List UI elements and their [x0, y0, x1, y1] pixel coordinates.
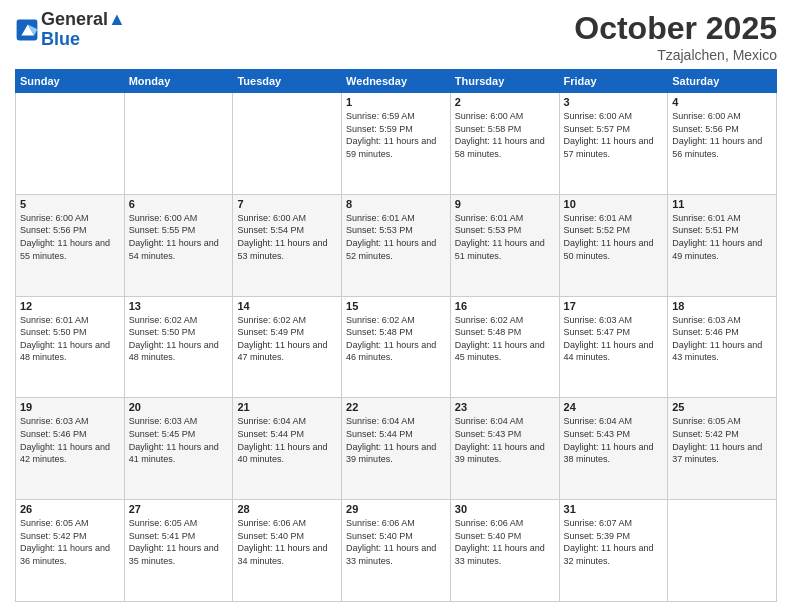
- calendar-cell: 13 Sunrise: 6:02 AM Sunset: 5:50 PM Dayl…: [124, 296, 233, 398]
- calendar-cell: 7 Sunrise: 6:00 AM Sunset: 5:54 PM Dayli…: [233, 194, 342, 296]
- calendar-header-friday: Friday: [559, 70, 668, 93]
- day-info: Sunrise: 6:04 AM Sunset: 5:43 PM Dayligh…: [455, 415, 555, 465]
- calendar-cell: 18 Sunrise: 6:03 AM Sunset: 5:46 PM Dayl…: [668, 296, 777, 398]
- day-number: 24: [564, 401, 664, 413]
- calendar-cell: 5 Sunrise: 6:00 AM Sunset: 5:56 PM Dayli…: [16, 194, 125, 296]
- day-number: 25: [672, 401, 772, 413]
- calendar-cell: 22 Sunrise: 6:04 AM Sunset: 5:44 PM Dayl…: [342, 398, 451, 500]
- day-info: Sunrise: 6:01 AM Sunset: 5:52 PM Dayligh…: [564, 212, 664, 262]
- calendar-cell: 19 Sunrise: 6:03 AM Sunset: 5:46 PM Dayl…: [16, 398, 125, 500]
- day-number: 31: [564, 503, 664, 515]
- calendar-cell: 24 Sunrise: 6:04 AM Sunset: 5:43 PM Dayl…: [559, 398, 668, 500]
- day-info: Sunrise: 6:00 AM Sunset: 5:54 PM Dayligh…: [237, 212, 337, 262]
- day-info: Sunrise: 6:05 AM Sunset: 5:42 PM Dayligh…: [672, 415, 772, 465]
- calendar-header-monday: Monday: [124, 70, 233, 93]
- logo: General▲ Blue: [15, 10, 126, 50]
- calendar-cell: [668, 500, 777, 602]
- day-info: Sunrise: 6:59 AM Sunset: 5:59 PM Dayligh…: [346, 110, 446, 160]
- calendar-cell: 6 Sunrise: 6:00 AM Sunset: 5:55 PM Dayli…: [124, 194, 233, 296]
- calendar-cell: 3 Sunrise: 6:00 AM Sunset: 5:57 PM Dayli…: [559, 93, 668, 195]
- calendar-header-wednesday: Wednesday: [342, 70, 451, 93]
- calendar-cell: 28 Sunrise: 6:06 AM Sunset: 5:40 PM Dayl…: [233, 500, 342, 602]
- day-number: 1: [346, 96, 446, 108]
- day-info: Sunrise: 6:03 AM Sunset: 5:47 PM Dayligh…: [564, 314, 664, 364]
- calendar-cell: 1 Sunrise: 6:59 AM Sunset: 5:59 PM Dayli…: [342, 93, 451, 195]
- day-number: 13: [129, 300, 229, 312]
- calendar-cell: 14 Sunrise: 6:02 AM Sunset: 5:49 PM Dayl…: [233, 296, 342, 398]
- day-number: 7: [237, 198, 337, 210]
- calendar-header-saturday: Saturday: [668, 70, 777, 93]
- calendar-cell: 15 Sunrise: 6:02 AM Sunset: 5:48 PM Dayl…: [342, 296, 451, 398]
- day-number: 6: [129, 198, 229, 210]
- day-number: 21: [237, 401, 337, 413]
- day-number: 30: [455, 503, 555, 515]
- day-number: 19: [20, 401, 120, 413]
- day-info: Sunrise: 6:01 AM Sunset: 5:51 PM Dayligh…: [672, 212, 772, 262]
- day-number: 16: [455, 300, 555, 312]
- day-info: Sunrise: 6:06 AM Sunset: 5:40 PM Dayligh…: [237, 517, 337, 567]
- day-info: Sunrise: 6:00 AM Sunset: 5:56 PM Dayligh…: [20, 212, 120, 262]
- logo-text: General▲ Blue: [41, 10, 126, 50]
- calendar-cell: [124, 93, 233, 195]
- day-info: Sunrise: 6:02 AM Sunset: 5:48 PM Dayligh…: [455, 314, 555, 364]
- calendar-week-5: 26 Sunrise: 6:05 AM Sunset: 5:42 PM Dayl…: [16, 500, 777, 602]
- page: General▲ Blue October 2025 Tzajalchen, M…: [0, 0, 792, 612]
- calendar-week-1: 1 Sunrise: 6:59 AM Sunset: 5:59 PM Dayli…: [16, 93, 777, 195]
- day-info: Sunrise: 6:01 AM Sunset: 5:53 PM Dayligh…: [346, 212, 446, 262]
- calendar-week-3: 12 Sunrise: 6:01 AM Sunset: 5:50 PM Dayl…: [16, 296, 777, 398]
- day-number: 20: [129, 401, 229, 413]
- calendar-table: SundayMondayTuesdayWednesdayThursdayFrid…: [15, 69, 777, 602]
- day-number: 27: [129, 503, 229, 515]
- day-number: 23: [455, 401, 555, 413]
- day-info: Sunrise: 6:07 AM Sunset: 5:39 PM Dayligh…: [564, 517, 664, 567]
- calendar-week-2: 5 Sunrise: 6:00 AM Sunset: 5:56 PM Dayli…: [16, 194, 777, 296]
- day-number: 11: [672, 198, 772, 210]
- day-number: 2: [455, 96, 555, 108]
- day-number: 28: [237, 503, 337, 515]
- calendar-cell: 8 Sunrise: 6:01 AM Sunset: 5:53 PM Dayli…: [342, 194, 451, 296]
- day-number: 29: [346, 503, 446, 515]
- calendar-header-thursday: Thursday: [450, 70, 559, 93]
- calendar-cell: 11 Sunrise: 6:01 AM Sunset: 5:51 PM Dayl…: [668, 194, 777, 296]
- day-number: 3: [564, 96, 664, 108]
- calendar-cell: [233, 93, 342, 195]
- day-info: Sunrise: 6:00 AM Sunset: 5:56 PM Dayligh…: [672, 110, 772, 160]
- day-number: 8: [346, 198, 446, 210]
- day-number: 18: [672, 300, 772, 312]
- day-info: Sunrise: 6:05 AM Sunset: 5:41 PM Dayligh…: [129, 517, 229, 567]
- day-number: 15: [346, 300, 446, 312]
- header: General▲ Blue October 2025 Tzajalchen, M…: [15, 10, 777, 63]
- day-info: Sunrise: 6:00 AM Sunset: 5:58 PM Dayligh…: [455, 110, 555, 160]
- calendar-header-row: SundayMondayTuesdayWednesdayThursdayFrid…: [16, 70, 777, 93]
- day-info: Sunrise: 6:02 AM Sunset: 5:50 PM Dayligh…: [129, 314, 229, 364]
- day-info: Sunrise: 6:00 AM Sunset: 5:57 PM Dayligh…: [564, 110, 664, 160]
- day-number: 4: [672, 96, 772, 108]
- day-info: Sunrise: 6:03 AM Sunset: 5:46 PM Dayligh…: [20, 415, 120, 465]
- calendar-cell: 31 Sunrise: 6:07 AM Sunset: 5:39 PM Dayl…: [559, 500, 668, 602]
- title-block: October 2025 Tzajalchen, Mexico: [574, 10, 777, 63]
- logo-line2: Blue: [41, 30, 126, 50]
- day-info: Sunrise: 6:00 AM Sunset: 5:55 PM Dayligh…: [129, 212, 229, 262]
- day-info: Sunrise: 6:06 AM Sunset: 5:40 PM Dayligh…: [346, 517, 446, 567]
- calendar-cell: 21 Sunrise: 6:04 AM Sunset: 5:44 PM Dayl…: [233, 398, 342, 500]
- day-number: 14: [237, 300, 337, 312]
- calendar-cell: 25 Sunrise: 6:05 AM Sunset: 5:42 PM Dayl…: [668, 398, 777, 500]
- calendar-cell: 17 Sunrise: 6:03 AM Sunset: 5:47 PM Dayl…: [559, 296, 668, 398]
- calendar-cell: 20 Sunrise: 6:03 AM Sunset: 5:45 PM Dayl…: [124, 398, 233, 500]
- calendar-cell: 27 Sunrise: 6:05 AM Sunset: 5:41 PM Dayl…: [124, 500, 233, 602]
- calendar-cell: [16, 93, 125, 195]
- day-number: 22: [346, 401, 446, 413]
- day-info: Sunrise: 6:05 AM Sunset: 5:42 PM Dayligh…: [20, 517, 120, 567]
- day-info: Sunrise: 6:02 AM Sunset: 5:49 PM Dayligh…: [237, 314, 337, 364]
- day-info: Sunrise: 6:06 AM Sunset: 5:40 PM Dayligh…: [455, 517, 555, 567]
- day-info: Sunrise: 6:03 AM Sunset: 5:46 PM Dayligh…: [672, 314, 772, 364]
- logo-line1: General: [41, 9, 108, 29]
- day-number: 9: [455, 198, 555, 210]
- day-number: 10: [564, 198, 664, 210]
- calendar-header-sunday: Sunday: [16, 70, 125, 93]
- calendar-cell: 30 Sunrise: 6:06 AM Sunset: 5:40 PM Dayl…: [450, 500, 559, 602]
- month-title: October 2025: [574, 10, 777, 47]
- calendar-cell: 16 Sunrise: 6:02 AM Sunset: 5:48 PM Dayl…: [450, 296, 559, 398]
- day-number: 26: [20, 503, 120, 515]
- logo-icon: [15, 18, 39, 42]
